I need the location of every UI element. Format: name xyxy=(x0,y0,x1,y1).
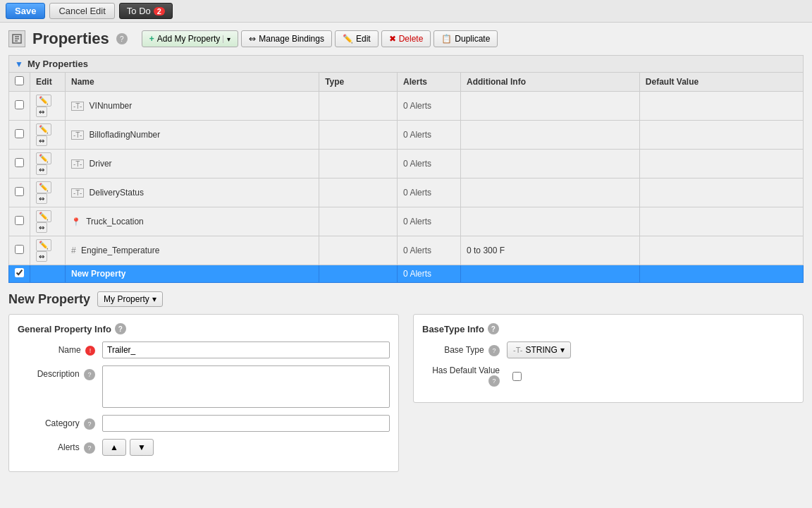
row-checkbox[interactable] xyxy=(15,187,24,196)
alerts-up-button[interactable]: ▲ xyxy=(102,439,126,456)
my-property-dropdown[interactable]: My Property ▾ xyxy=(97,291,163,307)
manage-bindings-label: Manage Bindings xyxy=(259,34,324,44)
save-button[interactable]: Save xyxy=(6,3,45,19)
row-name-cell: -T- DeliveryStatus xyxy=(66,179,319,207)
new-property-row[interactable]: New Property 0 Alerts xyxy=(9,265,804,283)
category-row: Category ? xyxy=(18,415,390,432)
row-type-button[interactable]: ⇔ xyxy=(36,135,47,146)
description-help-icon[interactable]: ? xyxy=(84,369,95,380)
row-name-cell: -T- Driver xyxy=(66,150,319,179)
new-row-checkbox-cell xyxy=(9,265,30,283)
row-checkbox-cell xyxy=(9,207,30,236)
row-type-icon: -T- xyxy=(71,102,84,110)
description-row: Description ? xyxy=(18,365,390,408)
row-default-value-cell xyxy=(639,92,803,121)
row-default-value-cell xyxy=(639,150,803,179)
basetype-panel-title: BaseType Info ? xyxy=(422,323,794,334)
row-default-value-cell xyxy=(639,179,803,207)
has-default-help-icon[interactable]: ? xyxy=(488,375,500,387)
row-type-button[interactable]: ⇔ xyxy=(36,222,47,233)
base-type-help-icon[interactable]: ? xyxy=(488,345,500,356)
row-alerts-cell: 0 Alerts xyxy=(398,150,461,179)
table-row: ✏️ ⇔ -T- BillofladingNumber 0 Alerts xyxy=(9,121,804,150)
general-property-panel: General Property Info ? Name ! Descripti… xyxy=(8,314,399,472)
table-row: ✏️ ⇔ -T- VINnumber 0 Alerts xyxy=(9,92,804,121)
row-edit-cell: ✏️ ⇔ xyxy=(30,207,66,236)
row-checkbox[interactable] xyxy=(15,216,24,225)
table-row: ✏️ ⇔ -T- DeliveryStatus 0 Alerts xyxy=(9,179,804,207)
col-default-value: Default Value xyxy=(639,73,803,92)
row-type-cell xyxy=(319,92,398,121)
basetype-prefix-icon: -T- xyxy=(513,346,522,354)
description-label: Description ? xyxy=(18,365,95,380)
col-alerts: Alerts xyxy=(398,73,461,92)
row-type-button[interactable]: ⇔ xyxy=(36,251,47,262)
base-type-label: Base Type ? xyxy=(422,341,500,356)
duplicate-button[interactable]: 📋 Duplicate xyxy=(433,30,498,47)
alerts-down-button[interactable]: ▼ xyxy=(130,439,154,456)
row-default-value-cell xyxy=(639,236,803,265)
row-type-button[interactable]: ⇔ xyxy=(36,164,47,175)
name-input[interactable] xyxy=(102,341,390,358)
row-type-icon: -T- xyxy=(71,159,84,168)
form-sections: General Property Info ? Name ! Descripti… xyxy=(8,314,804,472)
row-type-button[interactable]: ⇔ xyxy=(36,193,47,204)
base-type-value: STRING xyxy=(525,345,557,355)
select-all-checkbox[interactable] xyxy=(15,76,24,85)
has-default-checkbox[interactable] xyxy=(512,372,522,381)
add-dropdown-arrow[interactable]: ▾ xyxy=(223,35,230,43)
row-checkbox[interactable] xyxy=(15,158,24,167)
delete-icon: ✖ xyxy=(389,34,396,44)
row-checkbox[interactable] xyxy=(15,245,24,254)
alerts-label: Alerts ? xyxy=(18,439,95,454)
main-content: Properties ? + Add My Property ▾ ⇔ Manag… xyxy=(0,23,812,479)
description-textarea[interactable] xyxy=(102,365,390,408)
category-input[interactable] xyxy=(102,415,390,432)
page-help-icon[interactable]: ? xyxy=(116,33,128,44)
new-row-alerts-cell: 0 Alerts xyxy=(398,265,461,283)
row-edit-button[interactable]: ✏️ xyxy=(36,152,51,164)
row-edit-button[interactable]: ✏️ xyxy=(36,239,51,251)
row-checkbox[interactable] xyxy=(15,129,24,138)
row-type-cell xyxy=(319,121,398,150)
properties-icon xyxy=(8,30,25,47)
properties-header: Properties ? + Add My Property ▾ ⇔ Manag… xyxy=(8,30,804,48)
row-type-cell xyxy=(319,150,398,179)
general-panel-title-text: General Property Info xyxy=(18,324,111,334)
edit-icon: ✏️ xyxy=(343,34,353,44)
col-edit: Edit xyxy=(30,73,66,92)
cancel-edit-button[interactable]: Cancel Edit xyxy=(49,3,114,19)
section-title: My Properties xyxy=(27,59,88,69)
row-edit-button[interactable]: ✏️ xyxy=(36,181,51,193)
row-default-value-cell xyxy=(639,121,803,150)
delete-label: Delete xyxy=(399,34,424,44)
row-checkbox[interactable] xyxy=(15,100,24,109)
row-alerts-cell: 0 Alerts xyxy=(398,236,461,265)
edit-button[interactable]: ✏️ Edit xyxy=(335,30,379,47)
col-type: Type xyxy=(319,73,398,92)
base-type-select[interactable]: -T- STRING ▾ xyxy=(507,341,571,358)
row-additional-info-cell xyxy=(461,121,640,150)
duplicate-label: Duplicate xyxy=(455,34,490,44)
col-checkbox xyxy=(9,73,30,92)
row-name: Truck_Location xyxy=(86,217,144,226)
row-type-button[interactable]: ⇔ xyxy=(36,107,47,117)
row-default-value-cell xyxy=(639,207,803,236)
category-help-icon[interactable]: ? xyxy=(84,418,95,430)
manage-bindings-button[interactable]: ⇔ Manage Bindings xyxy=(241,30,332,47)
todo-button[interactable]: To Do 2 xyxy=(119,3,173,19)
add-my-property-button[interactable]: + Add My Property ▾ xyxy=(142,30,238,47)
has-default-label: Has Default Value ? xyxy=(422,365,500,387)
basetype-help-icon[interactable]: ? xyxy=(488,323,499,334)
row-edit-cell: ✏️ ⇔ xyxy=(30,236,66,265)
general-help-icon[interactable]: ? xyxy=(115,323,126,334)
new-row-checkbox[interactable] xyxy=(15,268,24,277)
row-edit-button[interactable]: ✏️ xyxy=(36,95,51,107)
row-edit-button[interactable]: ✏️ xyxy=(36,123,51,135)
alerts-help-icon[interactable]: ? xyxy=(84,442,95,454)
row-type-icon: 📍 xyxy=(71,217,81,226)
manage-bindings-icon: ⇔ xyxy=(249,34,256,44)
row-edit-button[interactable]: ✏️ xyxy=(36,210,51,222)
section-toggle[interactable]: ▼ xyxy=(15,59,23,69)
delete-button[interactable]: ✖ Delete xyxy=(381,30,431,47)
